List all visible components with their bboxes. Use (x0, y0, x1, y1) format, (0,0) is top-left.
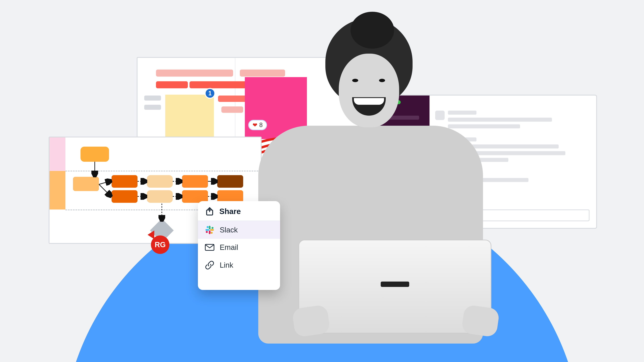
person-illustration (235, 18, 537, 362)
svg-rect-2 (210, 229, 214, 231)
email-icon (204, 244, 215, 251)
gantt-bar[interactable] (144, 105, 161, 110)
share-header: Share (198, 201, 280, 221)
share-option-label: Link (220, 261, 233, 269)
share-title: Share (219, 207, 241, 216)
share-option-email[interactable]: Email (198, 239, 280, 256)
share-option-link[interactable]: Link (198, 256, 280, 274)
slack-icon (204, 225, 215, 234)
share-option-label: Email (220, 243, 238, 252)
collaborator-badge[interactable]: RG (151, 236, 170, 254)
share-popover: Share Slack Email (198, 201, 280, 290)
svg-rect-4 (206, 229, 209, 231)
sticky-note-yellow[interactable] (165, 95, 214, 143)
share-option-label: Slack (220, 226, 238, 234)
svg-point-7 (211, 232, 213, 234)
svg-point-5 (206, 226, 209, 228)
collaborator-cursor-icon (148, 230, 154, 239)
comment-count-value: 1 (208, 90, 212, 97)
share-option-slack[interactable]: Slack (198, 221, 280, 239)
collaborator-initials: RG (155, 241, 166, 249)
svg-point-6 (212, 227, 214, 229)
svg-rect-3 (209, 230, 210, 234)
link-icon (204, 260, 215, 270)
comment-count-badge[interactable]: 1 (204, 88, 215, 99)
gantt-bar[interactable] (144, 95, 161, 100)
gantt-bar[interactable] (156, 81, 188, 88)
gantt-bar[interactable] (156, 69, 233, 77)
share-icon (204, 207, 215, 216)
svg-rect-1 (209, 226, 210, 229)
svg-point-8 (206, 231, 208, 233)
